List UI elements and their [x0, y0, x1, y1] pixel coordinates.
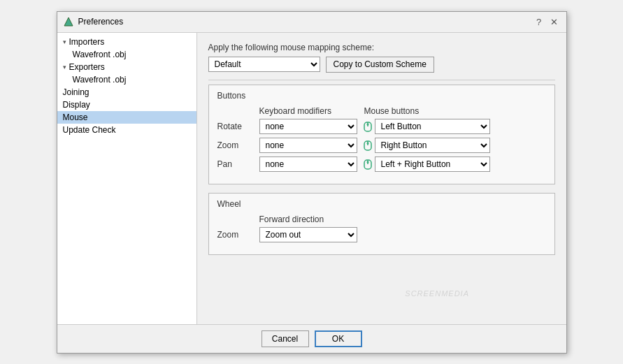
preferences-dialog: Preferences ? ✕ ▾ImportersWavefront .obj…	[57, 11, 567, 354]
wheel-columns-header: Forward direction	[259, 214, 546, 224]
buttons-row-2: PannoneShiftCtrlAlt Left ButtonRight But…	[217, 156, 546, 172]
sidebar-item-label: Wavefront .obj	[73, 50, 127, 59]
dialog-footer: Cancel OK	[57, 324, 566, 353]
mouse-button-select-0[interactable]: Left ButtonRight ButtonMiddle ButtonLeft…	[375, 119, 490, 134]
scheme-label: Apply the following mouse mapping scheme…	[208, 43, 374, 52]
wheel-direction-select[interactable]: Zoom inZoom out	[259, 227, 357, 242]
dialog-title: Preferences	[78, 17, 124, 27]
keyboard-modifier-select-2[interactable]: noneShiftCtrlAlt	[259, 156, 357, 172]
help-button[interactable]: ?	[533, 15, 545, 28]
title-bar-controls: ? ✕	[533, 15, 561, 28]
buttons-row-1: ZoomnoneShiftCtrlAlt Left ButtonRight Bu…	[217, 138, 546, 153]
sidebar-item-label: Mouse	[63, 112, 88, 122]
mouse-button-wrapper-2: Left ButtonRight ButtonMiddle ButtonLeft…	[363, 156, 490, 172]
row-label-pan: Pan	[217, 159, 259, 169]
mouse-button-select-2[interactable]: Left ButtonRight ButtonMiddle ButtonLeft…	[375, 156, 490, 172]
sidebar-item-wavefront-obj-export[interactable]: Wavefront .obj	[57, 73, 196, 86]
mouse-button-select-1[interactable]: Left ButtonRight ButtonMiddle ButtonLeft…	[375, 138, 490, 153]
svg-point-6	[366, 142, 368, 144]
mouse-icon	[363, 140, 373, 151]
sidebar-item-label: Importers	[69, 37, 105, 47]
close-button[interactable]: ✕	[548, 15, 561, 28]
dialog-body: ▾ImportersWavefront .obj▾ExportersWavefr…	[57, 33, 566, 324]
sidebar-item-label: Joining	[63, 87, 89, 97]
buttons-row-0: RotatenoneShiftCtrlAlt Left ButtonRight …	[217, 119, 546, 134]
mouse-col-header: Mouse buttons	[364, 106, 483, 116]
title-bar-left: Preferences	[63, 16, 124, 27]
svg-marker-0	[64, 17, 73, 26]
row-label-zoom: Zoom	[217, 140, 259, 150]
svg-point-9	[366, 161, 368, 163]
scheme-controls: Default Copy to Custom Scheme	[208, 57, 555, 73]
svg-point-3	[366, 123, 368, 125]
cancel-button[interactable]: Cancel	[262, 330, 309, 347]
buttons-section-title: Buttons	[217, 91, 546, 101]
app-icon	[63, 16, 74, 27]
wheel-row-label: Zoom	[217, 230, 259, 240]
divider-1	[208, 80, 555, 80]
sidebar-item-update-check[interactable]: Update Check	[57, 124, 196, 136]
scheme-select[interactable]: Default	[208, 57, 320, 72]
buttons-section: Buttons Keyboard modifiers Mouse buttons…	[208, 85, 555, 184]
mouse-icon	[363, 121, 373, 132]
keyboard-modifier-select-1[interactable]: noneShiftCtrlAlt	[259, 138, 357, 153]
wheel-row-0: ZoomZoom inZoom out	[217, 227, 546, 242]
title-bar: Preferences ? ✕	[57, 12, 566, 33]
scheme-row: Apply the following mouse mapping scheme…	[208, 43, 555, 52]
sidebar-item-label: Wavefront .obj	[73, 75, 127, 85]
keyboard-col-header: Keyboard modifiers	[259, 106, 364, 116]
tree-arrow-icon: ▾	[63, 64, 66, 71]
sidebar-item-display[interactable]: Display	[57, 99, 196, 111]
columns-header: Keyboard modifiers Mouse buttons	[259, 106, 546, 116]
wheel-section: Wheel Forward direction ZoomZoom inZoom …	[208, 193, 555, 255]
sidebar-item-label: Update Check	[63, 125, 116, 135]
tree-arrow-icon: ▾	[63, 38, 66, 45]
sidebar-item-exporters[interactable]: ▾Exporters	[57, 61, 196, 73]
sidebar-item-mouse[interactable]: Mouse	[57, 111, 196, 124]
main-panel: Apply the following mouse mapping scheme…	[197, 33, 566, 324]
ok-button[interactable]: OK	[315, 330, 362, 347]
sidebar-item-importers[interactable]: ▾Importers	[57, 36, 196, 48]
mouse-button-wrapper-1: Left ButtonRight ButtonMiddle ButtonLeft…	[363, 138, 490, 153]
wheel-section-title: Wheel	[217, 199, 546, 209]
sidebar-item-joining[interactable]: Joining	[57, 86, 196, 99]
mouse-icon	[363, 159, 373, 170]
forward-direction-label: Forward direction	[259, 214, 378, 224]
keyboard-modifier-select-0[interactable]: noneShiftCtrlAlt	[259, 119, 357, 134]
row-label-rotate: Rotate	[217, 122, 259, 131]
copy-scheme-button[interactable]: Copy to Custom Scheme	[326, 57, 434, 73]
sidebar-item-wavefront-obj-import[interactable]: Wavefront .obj	[57, 48, 196, 61]
mouse-button-wrapper-0: Left ButtonRight ButtonMiddle ButtonLeft…	[363, 119, 490, 134]
sidebar-item-label: Display	[63, 100, 90, 110]
sidebar-item-label: Exporters	[69, 62, 105, 72]
sidebar: ▾ImportersWavefront .obj▾ExportersWavefr…	[57, 33, 197, 324]
